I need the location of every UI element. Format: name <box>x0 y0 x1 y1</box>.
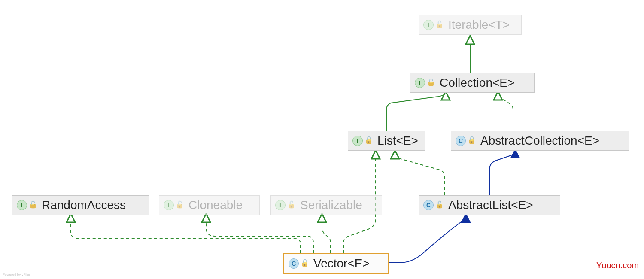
powered-by-label: Powered by yFiles <box>3 273 30 276</box>
node-label: AbstractCollection<E> <box>480 134 599 148</box>
unlock-icon: 🔓 <box>435 200 444 209</box>
edge-abstractcollection-collection <box>498 92 513 131</box>
unlock-icon: 🔓 <box>29 200 37 209</box>
unlock-icon: 🔓 <box>365 136 373 144</box>
node-serializable[interactable]: I🔓Serializable <box>270 195 382 215</box>
edge-vector-randomaccess <box>71 215 301 253</box>
interface-icon: I <box>17 200 27 210</box>
node-collection[interactable]: I🔓Collection<E> <box>410 73 535 93</box>
class-icon: C <box>289 258 299 269</box>
watermark: Yuucn.com <box>596 261 639 270</box>
node-label: List<E> <box>377 134 418 148</box>
node-vector[interactable]: C🔓Vector<E> <box>283 253 389 274</box>
node-randomaccess[interactable]: I🔓RandomAccess <box>12 195 149 215</box>
interface-icon: I <box>415 78 425 88</box>
node-abstractcollection[interactable]: C🔓AbstractCollection<E> <box>451 131 629 151</box>
node-iterable[interactable]: I🔓Iterable<T> <box>419 15 522 35</box>
interface-icon: I <box>275 200 286 210</box>
edge-vector-serializable <box>322 215 331 253</box>
node-label: Collection<E> <box>440 76 514 90</box>
node-label: Cloneable <box>188 198 243 212</box>
node-label: AbstractList<E> <box>448 198 533 212</box>
edge-abstractlist-list <box>395 151 444 195</box>
unlock-icon: 🔓 <box>301 259 309 267</box>
interface-icon: I <box>423 20 434 30</box>
unlock-icon: 🔓 <box>287 200 296 209</box>
unlock-icon: 🔓 <box>176 200 184 209</box>
unlock-icon: 🔓 <box>427 78 435 86</box>
edge-abstractlist-abstractcollection <box>489 150 515 195</box>
node-label: Iterable<T> <box>448 18 510 32</box>
edge-vector-cloneable <box>206 215 313 253</box>
edge-list-collection <box>386 92 446 131</box>
node-abstractlist[interactable]: C🔓AbstractList<E> <box>419 195 560 215</box>
interface-icon: I <box>352 136 363 146</box>
unlock-icon: 🔓 <box>468 136 476 144</box>
node-label: RandomAccess <box>42 198 126 212</box>
node-label: Serializable <box>300 198 362 212</box>
class-icon: C <box>456 136 466 146</box>
class-icon: C <box>423 200 434 210</box>
unlock-icon: 🔓 <box>435 20 444 28</box>
node-list[interactable]: I🔓List<E> <box>348 131 425 151</box>
edge-vector-abstractlist <box>389 215 466 263</box>
node-cloneable[interactable]: I🔓Cloneable <box>159 195 260 215</box>
node-label: Vector<E> <box>313 257 370 270</box>
interface-icon: I <box>164 200 174 210</box>
